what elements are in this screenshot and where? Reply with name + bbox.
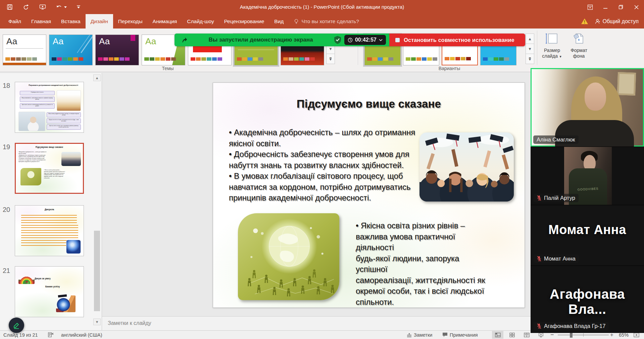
window-title: Академічна доброчесність (1) - PowerPoin… (0, 0, 644, 14)
mic-muted-icon (537, 256, 542, 262)
tab-view[interactable]: Вид (269, 14, 289, 29)
variants-scroll-down-icon[interactable]: ▼ (526, 44, 534, 54)
format-background-icon (572, 31, 586, 46)
slide-thumbnail-20[interactable]: Джерела (15, 205, 84, 256)
slide-body-left: • Академічна доброчесність – шлях до отр… (229, 127, 418, 204)
restore-icon[interactable] (613, 0, 629, 14)
tab-review[interactable]: Рецензирование (219, 14, 269, 29)
slide-thumbnails-panel: 18 Переваги дотримання академічної добро… (0, 73, 102, 330)
minimize-icon[interactable] (598, 0, 613, 14)
notes-placeholder: Заметки к слайду (108, 320, 151, 326)
language-indicator[interactable]: английский (США) (61, 331, 102, 339)
tab-slideshow[interactable]: Слайд-шоу (182, 14, 219, 29)
mic-muted-icon (537, 195, 542, 201)
meeting-timer[interactable]: 00:42:57 (344, 35, 386, 45)
chevron-down-icon (379, 39, 383, 41)
variants-more-icon[interactable]: ▼ (526, 54, 534, 64)
format-background-button[interactable]: Форматфона (566, 31, 592, 59)
tab-home[interactable]: Главная (26, 14, 56, 29)
globe-graduate-clipart (56, 295, 76, 312)
thumbnail-image (18, 112, 45, 131)
close-icon[interactable] (629, 0, 644, 14)
tab-design[interactable]: Дизайн (86, 14, 113, 29)
tab-file[interactable]: Файл (3, 14, 26, 29)
thumbnail-image (20, 168, 41, 185)
thumbnails-scroll-down[interactable]: ▼ (93, 319, 101, 325)
title-bar: Академічна доброчесність (1) - PowerPoin… (0, 0, 644, 14)
spellcheck-icon[interactable] (48, 331, 54, 339)
slide-thumbnail-21[interactable]: Дякую за увагу Бажаю успіху (15, 266, 84, 317)
slide-number: 21 (3, 267, 10, 275)
ribbon-tabs: Файл Главная Вставка Дизайн Переходы Ани… (0, 14, 644, 29)
tab-transitions[interactable]: Переходы (113, 14, 148, 29)
share-person-icon (595, 19, 600, 24)
zoom-participants-panel: Аліна Смаглюк GOODVIBES Палій Артур Мома… (531, 68, 644, 332)
graduates-photo (419, 132, 514, 202)
tab-insert[interactable]: Вставка (56, 14, 86, 29)
share-banner-message: Вы запустили демонстрацию экрана (188, 37, 334, 43)
pencil-icon (12, 321, 20, 329)
view-slide-sorter-button[interactable] (506, 331, 518, 339)
globe-network-image (238, 213, 339, 300)
themes-gallery-more-icon[interactable]: ▼ (326, 54, 335, 64)
theme-berlin[interactable]: Аа (95, 35, 139, 65)
zoom-slider-handle[interactable] (570, 332, 573, 338)
slide-number: 19 (3, 143, 10, 151)
participant-tile-alina[interactable]: Аліна Смаглюк (531, 68, 644, 147)
slide-thumbnail-18[interactable]: Переваги дотримання академічної доброчес… (15, 82, 84, 133)
comments-icon (442, 332, 448, 337)
participant-tile-agafonava[interactable]: Агафонава Вла... Агафонава Влада Гр-17 (531, 266, 644, 333)
notes-toggle-button[interactable]: Заметки (407, 331, 432, 339)
thumbnail-image (61, 152, 81, 166)
theme-slice[interactable]: Аа (49, 35, 93, 65)
internet-globe-image (66, 240, 81, 254)
variants-scrollbar: ▲ ▼ ▼ (526, 34, 534, 64)
participant-name-label: Агафонава Влада Гр-17 (533, 322, 609, 330)
participant-big-name: Агафонава Вла... (531, 287, 644, 317)
slide-size-button[interactable]: Размерслайда ▼ (539, 31, 565, 60)
ribbon-display-options-icon[interactable] (582, 0, 598, 14)
view-normal-button[interactable] (492, 331, 503, 339)
participant-name-label: Аліна Смаглюк (533, 135, 579, 144)
thumbnail-image (57, 90, 81, 111)
stop-icon (395, 38, 400, 42)
shield-check-icon (334, 36, 342, 44)
slide-number: 20 (3, 206, 10, 214)
chevron-down-icon: ▼ (559, 55, 562, 58)
slide-editor-area: Підсумуємо вище сказане • Академічна доб… (102, 73, 531, 316)
notes-pane[interactable]: Заметки к слайду (102, 316, 531, 330)
slide-canvas[interactable]: Підсумуємо вище сказане • Академічна доб… (213, 82, 525, 308)
rainbow-books-clipart (18, 270, 35, 284)
slide-thumbnail-19-selected[interactable]: Підсумуємо вище сказане • Академічна доб… (15, 143, 84, 194)
application-window: Академічна доброчесність (1) - PowerPoin… (0, 0, 644, 339)
themes-group-label: Темы (0, 66, 336, 71)
mic-muted-icon (537, 323, 542, 329)
stop-share-button[interactable]: Остановить совместное использование (389, 34, 525, 46)
comments-toggle-button[interactable]: Примечания (442, 331, 478, 339)
variants-group-label: Варианты (364, 66, 534, 71)
notes-icon (407, 333, 412, 337)
lightbulb-icon (294, 19, 299, 24)
slide-title: Підсумуємо вище сказане (213, 98, 525, 110)
participant-tile-momat[interactable]: Момат Анна Момат Анна (531, 205, 644, 266)
annotation-pencil-button[interactable] (9, 318, 24, 333)
thumbnails-scrollbar-thumb[interactable] (94, 231, 100, 311)
variants-scroll-up-icon[interactable]: ▲ (526, 34, 534, 44)
tell-me-box[interactable]: Что вы хотите сделать? (294, 14, 359, 29)
share-arrow-icon (181, 36, 188, 44)
screen-share-banner: Вы запустили демонстрацию экрана 00:42:5… (175, 34, 525, 46)
participant-big-name: Момат Анна (531, 223, 644, 237)
tab-animations[interactable]: Анимация (148, 14, 182, 29)
source-links (21, 215, 77, 223)
slide-number: 18 (3, 82, 10, 90)
clock-icon (348, 38, 353, 43)
participant-name-label: Палій Артур (533, 194, 579, 202)
participant-tile-paliy[interactable]: GOODVIBES Палій Артур (531, 147, 644, 205)
slide-body-right: • Якісна освіта різних рівнів – важлива … (356, 220, 490, 307)
theme-office[interactable]: Аа (3, 35, 46, 65)
slide-size-icon (545, 31, 559, 46)
participant-video (531, 68, 644, 147)
warning-icon[interactable] (581, 18, 588, 24)
share-button[interactable]: Общий доступ (595, 18, 639, 24)
thumbnails-scroll-up[interactable]: ▲ (93, 74, 101, 81)
